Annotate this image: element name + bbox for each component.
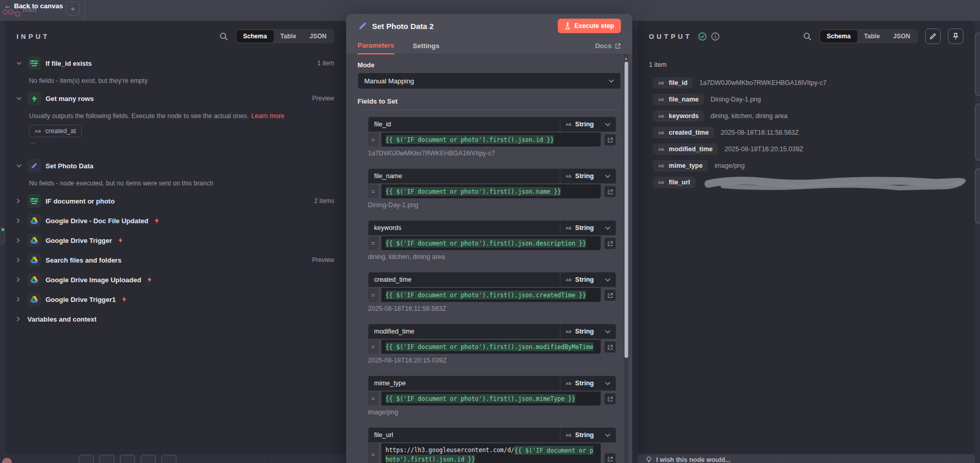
- open-expression-editor-button[interactable]: [604, 393, 616, 405]
- field-type-select[interactable]: ABString: [560, 272, 616, 287]
- output-field-row[interactable]: ABmodified_time2025-08-18T16:20:15.039Z: [653, 141, 975, 157]
- modal-scrollbar-thumb[interactable]: [625, 62, 628, 358]
- back-to-canvas-button[interactable]: ← Back to canvas: [4, 2, 63, 10]
- field-card-mime_type: mime_typeABString={{ $('IF document or p…: [368, 375, 616, 416]
- output-field-row[interactable]: ABfile_url: [653, 174, 975, 191]
- open-expression-editor-button[interactable]: [604, 289, 616, 301]
- tree-node-row[interactable]: Get many rowsPreview: [17, 89, 334, 108]
- open-expression-editor-button[interactable]: [604, 453, 616, 463]
- tree-node-row[interactable]: Variables and context: [17, 309, 334, 329]
- expression-equals-toggle[interactable]: =: [368, 340, 378, 354]
- field-name-input[interactable]: file_id: [368, 117, 560, 132]
- edit-output-button[interactable]: [925, 28, 941, 44]
- tree-node-row[interactable]: Google Drive Trigger1: [17, 290, 334, 309]
- field-expression-input[interactable]: {{ $('IF document or photo').first().jso…: [381, 236, 601, 250]
- expression-token: {{ $('IF document or photo').first().jso…: [385, 291, 586, 299]
- expression-equals-toggle[interactable]: =: [368, 236, 378, 250]
- external-link-icon: [615, 43, 621, 49]
- input-tab-schema[interactable]: Schema: [236, 30, 274, 42]
- input-tab-json[interactable]: JSON: [303, 30, 333, 42]
- chevron-down-icon: [605, 330, 611, 334]
- output-tab-schema[interactable]: Schema: [820, 30, 857, 42]
- field-name-input[interactable]: mime_type: [368, 376, 560, 390]
- open-expression-editor-button[interactable]: [604, 237, 616, 250]
- chevron-right-icon[interactable]: [17, 218, 23, 223]
- input-tab-table[interactable]: Table: [274, 30, 303, 42]
- field-type-select[interactable]: ABString: [560, 376, 616, 390]
- tree-node-row[interactable]: Set Photo Data: [17, 156, 334, 176]
- new-tab-button[interactable]: +: [66, 2, 80, 16]
- field-name-input[interactable]: keywords: [368, 221, 560, 235]
- node-title[interactable]: Set Photo Data 2: [372, 22, 434, 31]
- chevron-right-icon[interactable]: [17, 277, 23, 282]
- trigger-flash-icon: [147, 277, 152, 283]
- tab-settings[interactable]: Settings: [413, 38, 439, 54]
- output-field-key[interactable]: ABfile_url: [653, 177, 695, 188]
- chevron-right-icon[interactable]: [17, 257, 23, 263]
- field-expression-input[interactable]: https://lh3.googleusercontent.com/d/{{ $…: [381, 443, 601, 463]
- tab-parameters[interactable]: Parameters: [358, 38, 394, 54]
- chevron-right-icon[interactable]: [17, 297, 23, 302]
- field-type-select[interactable]: ABString: [560, 221, 616, 235]
- open-expression-editor-button[interactable]: [604, 185, 616, 198]
- search-icon[interactable]: [219, 32, 228, 41]
- tree-node-row[interactable]: Google Drive - Doc File Updated: [17, 211, 334, 230]
- tree-node-row[interactable]: If file_id exists1 item: [17, 53, 334, 73]
- output-field-key[interactable]: ABfile_id: [653, 77, 693, 89]
- field-expression-input[interactable]: {{ $('IF document or photo').first().jso…: [381, 288, 601, 302]
- output-field-value: 2025-08-18T16:11:58.563Z: [721, 129, 799, 136]
- info-icon[interactable]: [711, 32, 720, 41]
- learn-more-link[interactable]: Learn more: [251, 112, 285, 120]
- expression-equals-toggle[interactable]: =: [368, 288, 378, 302]
- tree-node-row[interactable]: Google Drive Trigger: [17, 230, 334, 250]
- field-type-select[interactable]: ABString: [560, 117, 616, 132]
- chevron-right-icon[interactable]: [17, 316, 23, 322]
- chevron-down-icon[interactable]: [17, 97, 23, 100]
- execute-step-button[interactable]: Execute step: [558, 19, 621, 33]
- search-icon[interactable]: [803, 32, 812, 41]
- open-expression-editor-button[interactable]: [604, 134, 616, 146]
- field-type-select[interactable]: ABString: [560, 169, 616, 183]
- expression-result-preview: dining, kitchen, dining area: [368, 253, 616, 261]
- expression-equals-toggle[interactable]: =: [368, 184, 378, 198]
- output-field-key[interactable]: ABmime_type: [653, 160, 708, 171]
- field-expression-input[interactable]: {{ $('IF document or photo').first().jso…: [381, 340, 601, 354]
- mode-select[interactable]: Manual Mapping: [358, 73, 621, 89]
- output-field-row[interactable]: ABkeywordsdining, kitchen, dining area: [653, 108, 975, 124]
- field-type-select[interactable]: ABString: [560, 428, 616, 442]
- scroll-up-arrow[interactable]: ▲: [624, 56, 628, 60]
- field-type-select[interactable]: ABString: [560, 324, 616, 339]
- output-field-key[interactable]: ABfile_name: [653, 94, 704, 105]
- output-field-row[interactable]: ABfile_id1a7DW0J0wMKbo7RWKEHBGA16lVItpy-…: [653, 75, 975, 91]
- output-field-row[interactable]: ABcreated_time2025-08-18T16:11:58.563Z: [653, 124, 975, 141]
- output-field-key[interactable]: ABmodified_time: [653, 143, 718, 155]
- field-name-input[interactable]: created_time: [368, 272, 560, 287]
- output-tab-json[interactable]: JSON: [886, 30, 917, 42]
- field-name-input[interactable]: file_url: [368, 428, 560, 442]
- expression-equals-toggle[interactable]: =: [368, 443, 378, 463]
- chevron-right-icon[interactable]: [17, 238, 23, 243]
- field-expression-input[interactable]: {{ $('IF document or photo').first().jso…: [381, 392, 601, 406]
- field-expression-input[interactable]: {{ $('IF document or photo').first().jso…: [381, 133, 601, 147]
- tree-node-row[interactable]: Google Drive Image Uploaded: [17, 270, 334, 290]
- chevron-right-icon[interactable]: [17, 198, 23, 204]
- schema-field-badge[interactable]: ABcreated_at: [29, 125, 82, 137]
- chevron-down-icon[interactable]: [17, 62, 23, 65]
- pin-data-button[interactable]: [948, 28, 963, 44]
- output-field-row[interactable]: ABfile_nameDining-Day-1.png: [653, 91, 975, 108]
- field-expression-input[interactable]: {{ $('IF document or photo').first().jso…: [381, 184, 601, 198]
- output-field-key[interactable]: ABkeywords: [653, 110, 704, 122]
- tree-node-row[interactable]: Search files and foldersPreview: [17, 250, 334, 270]
- expression-equals-toggle[interactable]: =: [368, 392, 378, 406]
- tree-node-row[interactable]: IF document or photo2 items: [17, 191, 334, 211]
- expression-equals-toggle[interactable]: =: [368, 133, 378, 147]
- field-name-input[interactable]: file_name: [368, 169, 560, 183]
- open-expression-editor-button[interactable]: [604, 341, 616, 353]
- output-field-row[interactable]: ABmime_typeimage/png: [653, 157, 975, 174]
- docs-link[interactable]: Docs: [595, 42, 621, 50]
- node-feedback-bar[interactable]: I wish this node would...: [637, 454, 975, 463]
- output-field-key[interactable]: ABcreated_time: [653, 127, 714, 138]
- field-name-input[interactable]: modified_time: [368, 324, 560, 339]
- output-tab-table[interactable]: Table: [857, 30, 886, 42]
- chevron-down-icon[interactable]: [17, 164, 23, 168]
